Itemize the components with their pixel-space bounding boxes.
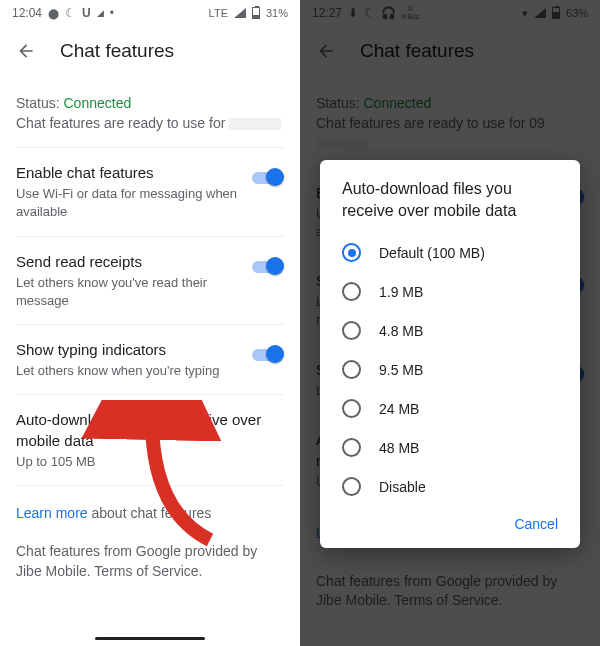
u-icon: U <box>82 6 91 20</box>
setting-title: Send read receipts <box>16 251 238 272</box>
back-icon[interactable] <box>16 41 36 61</box>
status-value: Connected <box>63 95 131 111</box>
auto-download-dialog: Auto-download files you receive over mob… <box>320 160 580 548</box>
dot-icon: • <box>110 6 114 20</box>
battery-label: 31% <box>266 7 288 19</box>
toggle-switch[interactable] <box>250 257 284 275</box>
option-label: 48 MB <box>379 440 419 456</box>
status-block: Status: Connected Chat features are read… <box>16 80 284 148</box>
setting-auto-download[interactable]: Auto-download files you receive over mob… <box>16 395 284 486</box>
toggle-switch[interactable] <box>250 168 284 186</box>
moon-icon: ☾ <box>65 6 76 20</box>
cancel-button[interactable]: Cancel <box>514 516 558 532</box>
option-48mb[interactable]: 48 MB <box>328 428 572 467</box>
status-label: Status: <box>16 95 60 111</box>
clock: 12:04 <box>12 6 42 20</box>
option-label: 9.5 MB <box>379 362 423 378</box>
toggle-switch[interactable] <box>250 345 284 363</box>
setting-title: Auto-download files you receive over mob… <box>16 409 284 451</box>
learn-more-row[interactable]: Learn more about chat features <box>16 486 284 538</box>
radio-icon[interactable] <box>342 477 361 496</box>
option-label: 24 MB <box>379 401 419 417</box>
setting-title: Enable chat features <box>16 162 238 183</box>
home-indicator[interactable] <box>95 637 205 640</box>
option-disable[interactable]: Disable <box>328 467 572 506</box>
status-bar: 12:04 ⬤ ☾ U ◢ • LTE 31% <box>0 0 300 26</box>
option-label: Default (100 MB) <box>379 245 485 261</box>
setting-title: Show typing indicators <box>16 339 238 360</box>
setting-sub: Let others know when you're typing <box>16 362 238 380</box>
radio-icon[interactable] <box>342 360 361 379</box>
footer-text: Chat features from Google provided by Ji… <box>16 538 284 595</box>
radio-icon[interactable] <box>342 282 361 301</box>
option-label: Disable <box>379 479 426 495</box>
status-desc: Chat features are ready to use for <box>16 115 225 131</box>
carrier-icon: ◢ <box>97 8 104 18</box>
battery-icon <box>252 7 260 19</box>
radio-icon[interactable] <box>342 438 361 457</box>
radio-icon[interactable] <box>342 399 361 418</box>
option-label: 1.9 MB <box>379 284 423 300</box>
learn-link[interactable]: Learn more <box>16 505 88 521</box>
radio-icon[interactable] <box>342 243 361 262</box>
signal-icon <box>234 8 246 18</box>
option-1-9mb[interactable]: 1.9 MB <box>328 272 572 311</box>
setting-read-receipts[interactable]: Send read receipts Let others know you'v… <box>16 237 284 325</box>
page-header: Chat features <box>0 26 300 80</box>
option-24mb[interactable]: 24 MB <box>328 389 572 428</box>
radio-icon[interactable] <box>342 321 361 340</box>
content: Status: Connected Chat features are read… <box>0 80 300 595</box>
option-9-5mb[interactable]: 9.5 MB <box>328 350 572 389</box>
phone-left: 12:04 ⬤ ☾ U ◢ • LTE 31% Chat features St… <box>0 0 300 646</box>
setting-sub: Let others know you've read their messag… <box>16 274 238 310</box>
dialog-title: Auto-download files you receive over mob… <box>328 178 572 233</box>
setting-sub: Use Wi-Fi or data for messaging when ava… <box>16 185 238 221</box>
setting-enable-chat[interactable]: Enable chat features Use Wi-Fi or data f… <box>16 148 284 236</box>
setting-sub: Up to 105 MB <box>16 453 284 471</box>
vpn-icon: ⬤ <box>48 8 59 19</box>
option-label: 4.8 MB <box>379 323 423 339</box>
option-default[interactable]: Default (100 MB) <box>328 233 572 272</box>
phone-right: 12:27 ⬇ ☾ 🎧 0KB/s ▾ 63% Chat features <box>300 0 600 646</box>
network-label: LTE <box>209 7 228 19</box>
option-4-8mb[interactable]: 4.8 MB <box>328 311 572 350</box>
page-title: Chat features <box>60 40 174 62</box>
setting-typing-indicators[interactable]: Show typing indicators Let others know w… <box>16 325 284 395</box>
redacted-number <box>229 118 281 130</box>
learn-rest: about chat features <box>88 505 212 521</box>
